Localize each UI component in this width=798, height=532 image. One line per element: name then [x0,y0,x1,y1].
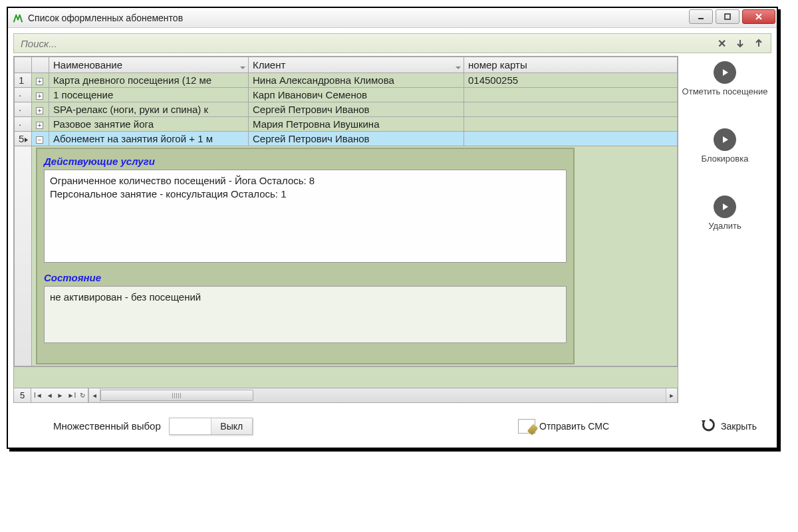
bottom-bar: Множественный выбор Выкл Отправить СМС З… [13,403,771,442]
cell-card [464,102,678,117]
scroll-left-icon[interactable]: ◄ [88,388,100,402]
detail-row: Действующие услуги Ограниченное количест… [15,146,678,366]
expand-icon[interactable]: + [36,122,43,129]
cell-name: SPA-релакс (ноги, руки и спина) к [49,102,249,117]
cell-client: Сергей Петрович Иванов [249,102,464,117]
window-controls [688,8,777,27]
cell-client: Мария Петровна Ивушкина [249,117,464,132]
mark-visit-label: Отметить посещение [682,86,768,96]
nav-prev-icon[interactable]: ◄ [47,392,53,399]
lock-label: Блокировка [702,154,749,164]
grid-empty-area [14,366,678,388]
status-box: не активирован - без посещений [44,286,567,343]
table-row[interactable]: · + 1 посещение Карп Иванович Семенов [15,88,678,102]
col-card-header[interactable]: номер карты [464,57,678,73]
service-line: Персональное занятие - консультация Оста… [50,188,561,201]
cell-client: Нина Александровна Климова [249,73,464,88]
multi-select-label: Множественный выбор [53,420,161,432]
cell-name: Карта дневного посещения (12 ме [49,73,249,88]
nav-last-icon[interactable]: ►I [68,392,76,399]
row-number: 1 [15,73,32,88]
titlebar: Список оформленных абонементов [8,8,777,28]
expand-icon[interactable]: + [36,78,43,85]
window-title: Список оформленных абонементов [28,13,183,23]
app-window: Список оформленных абонементов ✕ [7,7,778,449]
col-card-label: номер карты [468,59,527,70]
mark-visit-button[interactable]: Отметить посещение [682,61,768,96]
scroll-right-icon[interactable]: ► [666,388,678,402]
expander-header [32,57,49,73]
cell-card [464,132,678,146]
table-row[interactable]: 1 + Карта дневного посещения (12 ме Нина… [15,73,678,88]
detail-panel: Действующие услуги Ограниченное количест… [36,148,575,364]
status-text: не активирован - без посещений [50,291,561,304]
cell-client: Карп Иванович Семенов [249,88,464,102]
cell-name: Разовое занятие йога [49,117,249,132]
record-navigator: I◄ ◄ ► ►I ↻ [31,388,88,402]
grid-footer: 5 I◄ ◄ ► ►I ↻ ◄ ► [14,388,678,402]
cell-card [464,117,678,132]
horizontal-scrollbar[interactable]: ◄ ► [88,388,678,402]
cell-client: Сергей Петрович Иванов [249,132,464,146]
app-icon [12,12,24,24]
table-row[interactable]: 5 − Абонемент на занятия йогой + 1 м Сер… [15,132,678,146]
expand-icon[interactable]: + [36,92,43,100]
row-number: · [15,102,32,117]
play-icon [714,128,736,151]
side-actions: Отметить посещение Блокировка Удалить [678,56,771,403]
send-sms-label: Отправить СМС [539,421,609,432]
undo-arrow-icon [700,416,717,436]
scroll-track[interactable] [100,388,666,402]
svg-rect-0 [698,18,704,19]
lock-button[interactable]: Блокировка [702,128,749,164]
delete-button[interactable]: Удалить [708,196,741,231]
scroll-thumb[interactable] [100,390,253,401]
send-sms-button[interactable]: Отправить СМС [518,419,609,434]
cell-name: Абонемент на занятия йогой + 1 м [49,132,249,146]
play-icon [714,61,736,84]
search-input[interactable] [17,38,712,49]
expand-icon[interactable]: + [36,107,43,114]
col-client-header[interactable]: Клиент [249,57,464,73]
close-window-button[interactable] [742,9,775,24]
close-button[interactable]: Закрыть [700,416,757,436]
nav-refresh-icon[interactable]: ↻ [80,392,85,399]
table-row[interactable]: · + Разовое занятие йога Мария Петровна … [15,117,678,132]
row-number: 5 [15,132,32,146]
nav-next-icon[interactable]: ► [57,392,64,399]
services-title: Действующие услуги [44,156,567,167]
cell-name: 1 посещение [49,88,249,102]
rownum-header [15,57,32,73]
collapse-icon[interactable]: − [36,136,43,144]
close-label: Закрыть [721,421,757,432]
minimize-button[interactable] [689,9,713,24]
record-count: 5 [14,388,31,402]
arrow-up-icon[interactable] [749,34,768,53]
multi-select-toggle[interactable]: Выкл [169,418,253,435]
col-name-header[interactable]: Наименование [49,57,249,73]
play-icon [714,196,736,218]
toggle-on-slot [170,418,211,434]
row-number: · [15,88,32,102]
edit-message-icon [518,419,535,434]
col-name-label: Наименование [53,59,122,70]
nav-first-icon[interactable]: I◄ [34,392,43,399]
clear-search-icon[interactable]: ✕ [712,34,731,53]
table-row[interactable]: · + SPA-релакс (ноги, руки и спина) к Се… [15,102,678,117]
chevron-down-icon[interactable] [239,62,246,68]
subscriptions-grid: Наименование Клиент номер карты [13,56,678,403]
status-title: Состояние [44,272,567,283]
row-number: · [15,117,32,132]
col-client-label: Клиент [253,59,285,70]
cell-card [464,88,678,102]
maximize-button[interactable] [716,9,739,24]
cell-card: 014500255 [464,73,678,88]
search-bar: ✕ [13,33,771,53]
svg-rect-1 [725,14,730,19]
arrow-down-icon[interactable] [731,34,749,53]
services-box: Ограниченное количество посещений - Йога… [44,170,567,263]
service-line: Ограниченное количество посещений - Йога… [50,174,561,188]
toggle-off-slot: Выкл [211,418,252,434]
chevron-down-icon[interactable] [455,62,462,68]
delete-label: Удалить [708,221,741,231]
